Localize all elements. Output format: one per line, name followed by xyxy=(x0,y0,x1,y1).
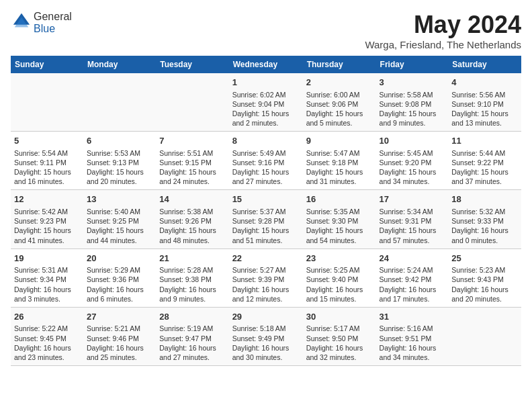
day-info: Sunrise: 5:37 AM Sunset: 9:28 PM Dayligh… xyxy=(232,207,300,245)
day-info: Sunrise: 5:53 AM Sunset: 9:13 PM Dayligh… xyxy=(87,148,152,187)
day-number: 27 xyxy=(87,311,152,323)
day-cell: 13Sunrise: 5:40 AM Sunset: 9:25 PM Dayli… xyxy=(83,190,156,248)
day-number: 24 xyxy=(380,253,445,265)
day-info: Sunrise: 5:42 AM Sunset: 9:23 PM Dayligh… xyxy=(14,207,80,245)
day-info: Sunrise: 5:47 AM Sunset: 9:18 PM Dayligh… xyxy=(306,148,373,187)
day-cell xyxy=(83,73,156,132)
day-info: Sunrise: 5:56 AM Sunset: 9:10 PM Dayligh… xyxy=(451,90,518,128)
col-header-thursday: Thursday xyxy=(303,56,376,73)
day-number: 25 xyxy=(451,253,518,265)
day-number: 13 xyxy=(87,193,152,205)
day-number: 31 xyxy=(380,311,445,323)
day-cell: 2Sunrise: 6:00 AM Sunset: 9:06 PM Daylig… xyxy=(303,73,376,132)
day-info: Sunrise: 5:49 AM Sunset: 9:16 PM Dayligh… xyxy=(232,148,300,187)
day-cell: 17Sunrise: 5:34 AM Sunset: 9:31 PM Dayli… xyxy=(376,190,449,248)
day-info: Sunrise: 5:38 AM Sunset: 9:26 PM Dayligh… xyxy=(159,207,225,245)
day-cell: 3Sunrise: 5:58 AM Sunset: 9:08 PM Daylig… xyxy=(376,73,449,132)
day-cell: 25Sunrise: 5:23 AM Sunset: 9:43 PM Dayli… xyxy=(448,248,521,307)
day-number: 16 xyxy=(306,193,373,205)
day-number: 18 xyxy=(451,193,518,205)
day-number: 6 xyxy=(87,135,152,147)
day-cell: 5Sunrise: 5:54 AM Sunset: 9:11 PM Daylig… xyxy=(11,132,83,190)
day-cell: 9Sunrise: 5:47 AM Sunset: 9:18 PM Daylig… xyxy=(303,132,376,190)
day-cell: 22Sunrise: 5:27 AM Sunset: 9:39 PM Dayli… xyxy=(229,248,303,307)
day-info: Sunrise: 5:23 AM Sunset: 9:43 PM Dayligh… xyxy=(451,265,518,304)
day-cell: 30Sunrise: 5:17 AM Sunset: 9:50 PM Dayli… xyxy=(303,307,376,365)
days-header-row: SundayMondayTuesdayWednesdayThursdayFrid… xyxy=(11,56,521,73)
week-row-5: 26Sunrise: 5:22 AM Sunset: 9:45 PM Dayli… xyxy=(11,307,521,365)
title-block: May 2024 Warga, Friesland, The Netherlan… xyxy=(365,11,521,50)
day-number: 2 xyxy=(306,77,373,89)
day-cell: 6Sunrise: 5:53 AM Sunset: 9:13 PM Daylig… xyxy=(83,132,156,190)
day-info: Sunrise: 5:18 AM Sunset: 9:49 PM Dayligh… xyxy=(232,324,300,362)
day-cell: 26Sunrise: 5:22 AM Sunset: 9:45 PM Dayli… xyxy=(11,307,83,365)
day-cell: 31Sunrise: 5:16 AM Sunset: 9:51 PM Dayli… xyxy=(376,307,449,365)
day-number: 7 xyxy=(159,135,225,147)
day-info: Sunrise: 5:54 AM Sunset: 9:11 PM Dayligh… xyxy=(14,148,80,187)
location: Warga, Friesland, The Netherlands xyxy=(365,39,521,50)
day-cell: 16Sunrise: 5:35 AM Sunset: 9:30 PM Dayli… xyxy=(303,190,376,248)
day-cell: 18Sunrise: 5:32 AM Sunset: 9:33 PM Dayli… xyxy=(448,190,521,248)
day-cell: 28Sunrise: 5:19 AM Sunset: 9:47 PM Dayli… xyxy=(156,307,228,365)
logo-text-general: General Blue xyxy=(34,11,72,35)
day-number: 26 xyxy=(14,311,80,323)
day-number: 19 xyxy=(14,253,80,265)
day-cell: 10Sunrise: 5:45 AM Sunset: 9:20 PM Dayli… xyxy=(376,132,449,190)
col-header-saturday: Saturday xyxy=(448,56,521,73)
day-number: 28 xyxy=(159,311,225,323)
day-number: 8 xyxy=(232,135,300,147)
day-cell: 27Sunrise: 5:21 AM Sunset: 9:46 PM Dayli… xyxy=(83,307,156,365)
col-header-sunday: Sunday xyxy=(11,56,83,73)
day-number: 10 xyxy=(380,135,445,147)
logo-icon xyxy=(12,12,31,31)
day-cell: 8Sunrise: 5:49 AM Sunset: 9:16 PM Daylig… xyxy=(229,132,303,190)
day-info: Sunrise: 5:28 AM Sunset: 9:38 PM Dayligh… xyxy=(159,265,225,304)
day-cell: 15Sunrise: 5:37 AM Sunset: 9:28 PM Dayli… xyxy=(229,190,303,248)
day-cell: 11Sunrise: 5:44 AM Sunset: 9:22 PM Dayli… xyxy=(448,132,521,190)
col-header-friday: Friday xyxy=(376,56,449,73)
day-cell: 1Sunrise: 6:02 AM Sunset: 9:04 PM Daylig… xyxy=(229,73,303,132)
day-cell: 23Sunrise: 5:25 AM Sunset: 9:40 PM Dayli… xyxy=(303,248,376,307)
day-info: Sunrise: 5:32 AM Sunset: 9:33 PM Dayligh… xyxy=(451,207,518,245)
day-info: Sunrise: 6:00 AM Sunset: 9:06 PM Dayligh… xyxy=(306,90,373,128)
day-info: Sunrise: 5:58 AM Sunset: 9:08 PM Dayligh… xyxy=(380,90,445,128)
day-number: 3 xyxy=(380,77,445,89)
week-row-3: 12Sunrise: 5:42 AM Sunset: 9:23 PM Dayli… xyxy=(11,190,521,248)
day-info: Sunrise: 5:16 AM Sunset: 9:51 PM Dayligh… xyxy=(380,324,445,362)
day-number: 30 xyxy=(306,311,373,323)
day-info: Sunrise: 5:34 AM Sunset: 9:31 PM Dayligh… xyxy=(380,207,445,245)
week-row-2: 5Sunrise: 5:54 AM Sunset: 9:11 PM Daylig… xyxy=(11,132,521,190)
day-number: 20 xyxy=(87,253,152,265)
day-cell: 14Sunrise: 5:38 AM Sunset: 9:26 PM Dayli… xyxy=(156,190,228,248)
col-header-tuesday: Tuesday xyxy=(156,56,228,73)
day-number: 4 xyxy=(451,77,518,89)
day-cell: 12Sunrise: 5:42 AM Sunset: 9:23 PM Dayli… xyxy=(11,190,83,248)
week-row-4: 19Sunrise: 5:31 AM Sunset: 9:34 PM Dayli… xyxy=(11,248,521,307)
day-number: 15 xyxy=(232,193,300,205)
day-cell: 19Sunrise: 5:31 AM Sunset: 9:34 PM Dayli… xyxy=(11,248,83,307)
day-number: 21 xyxy=(159,253,225,265)
col-header-wednesday: Wednesday xyxy=(229,56,303,73)
day-cell xyxy=(11,73,83,132)
day-number: 11 xyxy=(451,135,518,147)
day-number: 12 xyxy=(14,193,80,205)
day-info: Sunrise: 5:24 AM Sunset: 9:42 PM Dayligh… xyxy=(380,265,445,304)
day-cell xyxy=(156,73,228,132)
day-number: 22 xyxy=(232,253,300,265)
day-info: Sunrise: 5:40 AM Sunset: 9:25 PM Dayligh… xyxy=(87,207,152,245)
day-cell: 7Sunrise: 5:51 AM Sunset: 9:15 PM Daylig… xyxy=(156,132,228,190)
logo: General Blue xyxy=(11,11,72,35)
day-info: Sunrise: 5:51 AM Sunset: 9:15 PM Dayligh… xyxy=(159,148,225,187)
day-number: 5 xyxy=(14,135,80,147)
day-info: Sunrise: 5:25 AM Sunset: 9:40 PM Dayligh… xyxy=(306,265,373,304)
day-cell: 21Sunrise: 5:28 AM Sunset: 9:38 PM Dayli… xyxy=(156,248,228,307)
day-cell: 24Sunrise: 5:24 AM Sunset: 9:42 PM Dayli… xyxy=(376,248,449,307)
col-header-monday: Monday xyxy=(83,56,156,73)
day-cell xyxy=(448,307,521,365)
calendar-table: SundayMondayTuesdayWednesdayThursdayFrid… xyxy=(11,56,521,366)
day-info: Sunrise: 5:29 AM Sunset: 9:36 PM Dayligh… xyxy=(87,265,152,304)
day-info: Sunrise: 5:45 AM Sunset: 9:20 PM Dayligh… xyxy=(380,148,445,187)
day-info: Sunrise: 5:22 AM Sunset: 9:45 PM Dayligh… xyxy=(14,324,80,362)
page-header: General Blue May 2024 Warga, Friesland, … xyxy=(11,11,521,50)
day-info: Sunrise: 5:17 AM Sunset: 9:50 PM Dayligh… xyxy=(306,324,373,362)
